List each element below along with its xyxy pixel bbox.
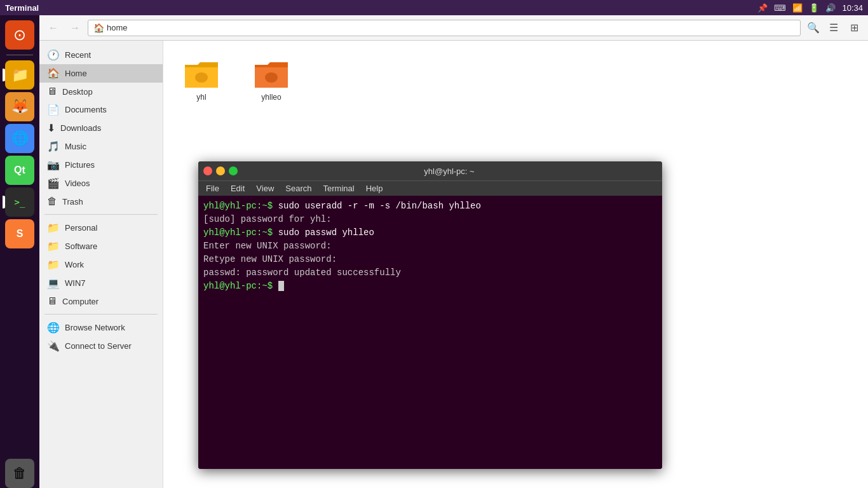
terminal-body[interactable]: yhl@yhl-pc:~$ sudo useradd -r -m -s /bin… [198, 196, 662, 469]
folder-yhl-icon [184, 58, 219, 89]
term-line-4: Enter new UNIX password: [203, 240, 657, 253]
terminal-titlebar: yhl@yhl-pc: ~ [198, 161, 662, 180]
sidebar-label-work: Work [65, 260, 84, 269]
terminal-close-button[interactable] [203, 166, 212, 175]
sidebar-item-computer[interactable]: 🖥 Computer [39, 292, 163, 310]
sidebar-label-documents: Documents [65, 105, 107, 114]
term-line-6: passwd: password updated successfully [203, 266, 657, 280]
top-panel-left: Terminal [5, 3, 39, 13]
term-line-7: yhl@yhl-pc:~$ [203, 280, 657, 293]
sidebar-item-downloads[interactable]: ⬇ Downloads [39, 119, 163, 137]
sidebar-label-videos: Videos [65, 179, 90, 188]
home-icon: 🏠 [93, 23, 104, 33]
sidebar-separator-1 [44, 214, 158, 215]
launcher-firefox[interactable]: 🦊 [5, 92, 34, 121]
home-sidebar-icon: 🏠 [47, 67, 60, 79]
win7-icon: 💻 [47, 277, 60, 289]
sidebar-label-recent: Recent [65, 50, 91, 60]
sidebar-item-personal[interactable]: 📁 Personal [39, 219, 163, 237]
svg-point-1 [265, 72, 278, 83]
terminal-minimize-button[interactable] [216, 166, 225, 175]
location-text: home [107, 23, 128, 32]
pin-icon: 📌 [757, 3, 768, 13]
sidebar-item-win7[interactable]: 💻 WIN7 [39, 274, 163, 292]
sidebar-item-connect-server[interactable]: 🔌 Connect to Server [39, 337, 163, 355]
top-panel-right: 📌 ⌨ 📶 🔋 🔊 10:34 [757, 3, 863, 13]
top-panel: Terminal 📌 ⌨ 📶 🔋 🔊 10:34 [0, 0, 868, 15]
list-view-button[interactable]: ☰ [825, 19, 843, 37]
term-line-3: yhl@yhl-pc:~$ sudo passwd yhlleo [203, 226, 657, 240]
terminal-maximize-button[interactable] [229, 166, 238, 175]
personal-icon: 📁 [47, 222, 60, 234]
launcher-sublime[interactable]: S [5, 219, 34, 248]
fm-toolbar: ← → 🏠 home 🔍 ☰ ⊞ [39, 15, 868, 41]
terminal-menu-view[interactable]: View [251, 182, 279, 194]
search-button[interactable]: 🔍 [804, 19, 822, 37]
launcher-files[interactable]: 📁 [5, 60, 34, 90]
term-line-5: Retype new UNIX password: [203, 253, 657, 266]
sidebar-item-software[interactable]: 📁 Software [39, 237, 163, 255]
terminal-menu-terminal[interactable]: Terminal [318, 182, 360, 194]
sidebar-label-connect-server: Connect to Server [65, 341, 132, 351]
grid-view-button[interactable]: ⊞ [845, 19, 863, 37]
sidebar-item-home[interactable]: 🏠 Home [39, 64, 163, 83]
sidebar-label-computer: Computer [62, 297, 98, 306]
launcher-trash[interactable]: 🗑 [5, 459, 34, 488]
launcher-qt[interactable]: Qt [5, 156, 34, 185]
terminal-window: yhl@yhl-pc: ~ File Edit View Search Term… [198, 161, 662, 469]
sidebar-separator-2 [44, 314, 158, 315]
volume-icon: 🔊 [825, 3, 836, 13]
desktop-icon: 🖥 [47, 86, 57, 97]
sidebar-label-software: Software [65, 241, 97, 251]
sidebar-label-win7: WIN7 [65, 278, 86, 288]
sidebar-item-videos[interactable]: 🎬 Videos [39, 174, 163, 193]
sidebar-label-browse-network: Browse Network [65, 323, 125, 332]
term-line-2: [sudo] password for yhl: [203, 213, 657, 226]
fm-sidebar: 🕐 Recent 🏠 Home 🖥 Desktop 📄 Documents ⬇ … [39, 41, 163, 488]
sidebar-item-trash[interactable]: 🗑 Trash [39, 193, 163, 210]
term-line-1: yhl@yhl-pc:~$ sudo useradd -r -m -s /bin… [203, 200, 657, 213]
computer-icon: 🖥 [47, 295, 57, 307]
connect-server-icon: 🔌 [47, 340, 60, 352]
folder-yhlleo-icon [254, 58, 289, 89]
clock: 10:34 [842, 3, 863, 13]
folder-yhlleo[interactable]: yhlleo [246, 53, 297, 107]
sidebar-item-work[interactable]: 📁 Work [39, 255, 163, 274]
launcher-ubuntu[interactable]: ⊙ [5, 20, 34, 50]
downloads-icon: ⬇ [47, 122, 55, 134]
folder-yhl[interactable]: yhl [176, 53, 227, 107]
terminal-menu-search[interactable]: Search [280, 182, 316, 194]
pictures-icon: 📷 [47, 159, 60, 171]
terminal-title: yhl@yhl-pc: ~ [241, 166, 657, 176]
sidebar-item-browse-network[interactable]: 🌐 Browse Network [39, 318, 163, 337]
documents-icon: 📄 [47, 104, 60, 116]
sidebar-label-trash: Trash [62, 197, 83, 207]
software-icon: 📁 [47, 240, 60, 252]
music-icon: 🎵 [47, 140, 60, 152]
panel-title: Terminal [5, 3, 39, 13]
keyboard-icon: ⌨ [774, 3, 786, 13]
launcher: ⊙ 📁 🦊 🌐 Qt >_ S 🗑 [0, 15, 39, 488]
sidebar-item-desktop[interactable]: 🖥 Desktop [39, 83, 163, 100]
back-button[interactable]: ← [44, 19, 62, 37]
trash-sidebar-icon: 🗑 [47, 196, 57, 207]
launcher-terminal[interactable]: >_ [5, 187, 34, 217]
terminal-menubar: File Edit View Search Terminal Help [198, 180, 662, 196]
launcher-chrome[interactable]: 🌐 [5, 124, 34, 153]
sidebar-label-downloads: Downloads [60, 123, 101, 133]
sidebar-label-home: Home [65, 69, 87, 78]
sidebar-label-personal: Personal [65, 223, 97, 233]
sidebar-item-pictures[interactable]: 📷 Pictures [39, 156, 163, 174]
terminal-menu-help[interactable]: Help [361, 182, 388, 194]
forward-button[interactable]: → [66, 19, 84, 37]
terminal-menu-edit[interactable]: Edit [226, 182, 250, 194]
terminal-menu-file[interactable]: File [201, 182, 224, 194]
sidebar-item-music[interactable]: 🎵 Music [39, 137, 163, 156]
work-icon: 📁 [47, 259, 60, 271]
browse-network-icon: 🌐 [47, 322, 60, 334]
folder-yhl-label: yhl [196, 93, 206, 102]
folder-yhlleo-label: yhlleo [261, 93, 281, 102]
fm-toolbar-right: 🔍 ☰ ⊞ [804, 19, 863, 37]
sidebar-item-documents[interactable]: 📄 Documents [39, 100, 163, 119]
sidebar-item-recent[interactable]: 🕐 Recent [39, 46, 163, 64]
